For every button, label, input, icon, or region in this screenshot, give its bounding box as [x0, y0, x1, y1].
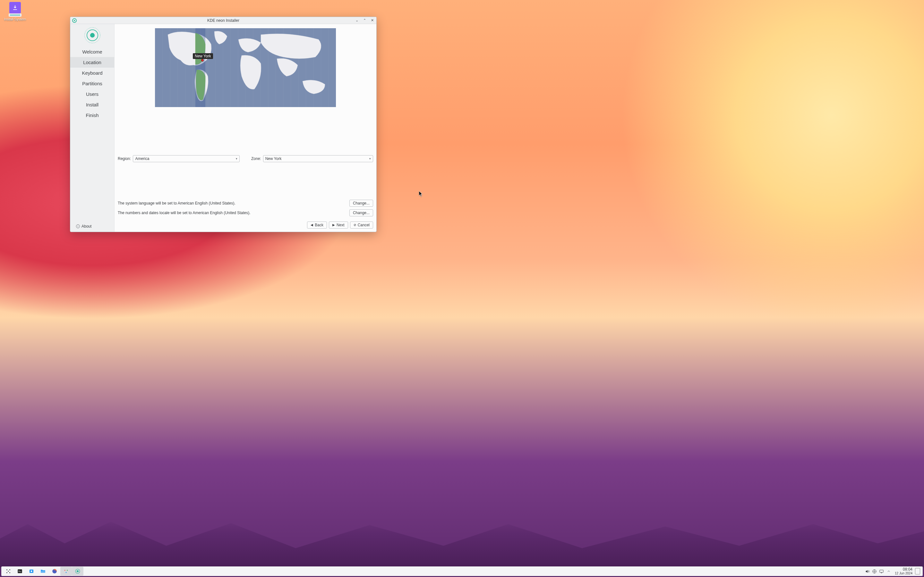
minimize-button[interactable]: ⌄	[355, 18, 359, 23]
region-select[interactable]: America ▾	[133, 155, 240, 162]
chevron-down-icon: ▾	[236, 157, 237, 160]
sidebar-step-partitions[interactable]: Partitions	[70, 78, 114, 89]
cancel-button[interactable]: ⊘ Cancel	[350, 221, 373, 229]
about-button[interactable]: i About	[70, 221, 114, 232]
desktop-icon-install-system[interactable]: Install System	[4, 2, 26, 21]
language-locale-text: The system language will be set to Ameri…	[118, 201, 236, 205]
map-city-pin	[201, 59, 204, 61]
sidebar-step-label: Users	[86, 91, 99, 97]
zone-select[interactable]: New York ▾	[263, 155, 373, 162]
zone-label: Zone:	[251, 156, 261, 161]
clock-date: 12 Jun 2024	[895, 572, 913, 575]
sidebar-step-welcome[interactable]: Welcome	[70, 47, 114, 57]
timezone-map[interactable]: New York	[155, 28, 336, 107]
app-icon	[72, 18, 77, 23]
map-city-label: New York	[193, 53, 213, 59]
svg-point-2	[90, 33, 94, 37]
svg-rect-10	[18, 569, 22, 573]
svg-point-16	[66, 572, 67, 573]
show-desktop-button[interactable]	[915, 568, 920, 574]
network-icon[interactable]	[872, 568, 877, 574]
numbers-locale-text: The numbers and dates locale will be set…	[118, 211, 250, 215]
svg-point-15	[67, 570, 68, 571]
region-value: America	[135, 156, 149, 161]
cancel-icon: ⊘	[354, 223, 356, 227]
next-button[interactable]: ▶ Next	[329, 221, 348, 229]
taskbar-discover[interactable]	[26, 567, 37, 576]
close-button[interactable]: ✕	[370, 18, 375, 23]
installer-icon-strip	[9, 13, 21, 17]
installer-main-panel: New York Region: America ▾ Zone: New Yor	[115, 24, 376, 232]
taskbar-installer[interactable]	[72, 567, 83, 576]
back-label: Back	[315, 223, 323, 227]
svg-point-18	[77, 570, 79, 572]
window-titlebar[interactable]: KDE neon Installer ⌄ ⌃ ✕	[70, 17, 376, 24]
installer-window: KDE neon Installer ⌄ ⌃ ✕ Welcome Locatio…	[70, 17, 376, 232]
region-label: Region:	[118, 156, 131, 161]
change-numbers-button[interactable]: Change...	[349, 210, 373, 216]
sidebar-step-label: Finish	[86, 113, 99, 118]
clock-time: 08:04	[895, 567, 913, 572]
change-language-button[interactable]: Change...	[349, 200, 373, 207]
sidebar-step-keyboard[interactable]: Keyboard	[70, 68, 114, 78]
display-icon[interactable]	[879, 568, 885, 574]
system-tray	[863, 568, 893, 574]
svg-rect-20	[880, 570, 883, 572]
sidebar-step-label: Location	[83, 60, 102, 65]
sidebar-step-users[interactable]: Users	[70, 89, 114, 99]
about-label: About	[81, 224, 91, 229]
svg-point-5	[6, 569, 7, 570]
sidebar-step-finish[interactable]: Finish	[70, 110, 114, 121]
svg-point-14	[65, 570, 65, 571]
chevron-right-icon: ▶	[333, 223, 335, 227]
next-label: Next	[336, 223, 344, 227]
volume-icon[interactable]	[865, 568, 871, 574]
app-launcher-button[interactable]	[3, 567, 14, 576]
sidebar-step-label: Partitions	[82, 81, 102, 86]
timezone-band-highlight	[195, 28, 205, 107]
mouse-cursor	[419, 191, 423, 197]
chevron-left-icon: ◀	[310, 223, 313, 227]
info-icon: i	[76, 224, 80, 228]
taskbar-settings[interactable]	[60, 567, 72, 576]
installer-icon	[9, 2, 21, 13]
neon-logo	[70, 24, 114, 47]
taskbar-clock[interactable]: 08:04 12 Jun 2024	[893, 567, 914, 575]
chevron-down-icon: ▾	[369, 157, 371, 160]
svg-point-7	[6, 572, 7, 573]
window-title: KDE neon Installer	[70, 18, 376, 23]
change-label: Change...	[353, 201, 370, 205]
cancel-label: Cancel	[358, 223, 370, 227]
svg-point-8	[9, 572, 10, 573]
back-button[interactable]: ◀ Back	[307, 221, 327, 229]
taskbar-firefox[interactable]	[49, 567, 60, 576]
installer-sidebar: Welcome Location Keyboard Partitions Use…	[70, 24, 115, 232]
svg-point-6	[9, 569, 10, 570]
sidebar-step-label: Install	[86, 102, 99, 107]
zone-value: New York	[265, 156, 282, 161]
sidebar-step-install[interactable]: Install	[70, 99, 114, 110]
sidebar-step-label: Keyboard	[82, 70, 102, 76]
maximize-button[interactable]: ⌃	[362, 18, 367, 23]
desktop-icon-label: Install System	[4, 17, 26, 21]
change-label: Change...	[353, 211, 370, 215]
region-zone-row: Region: America ▾ Zone: New York ▾	[118, 155, 373, 162]
svg-point-9	[8, 571, 9, 572]
sidebar-step-location[interactable]: Location	[70, 57, 114, 68]
tray-expand-icon[interactable]	[886, 568, 892, 574]
taskbar-files[interactable]	[37, 567, 49, 576]
svg-rect-12	[41, 571, 45, 573]
sidebar-step-label: Welcome	[82, 49, 102, 55]
taskbar: 08:04 12 Jun 2024	[1, 566, 923, 576]
taskbar-terminal[interactable]	[14, 567, 26, 576]
wallpaper-foreground	[0, 519, 924, 567]
